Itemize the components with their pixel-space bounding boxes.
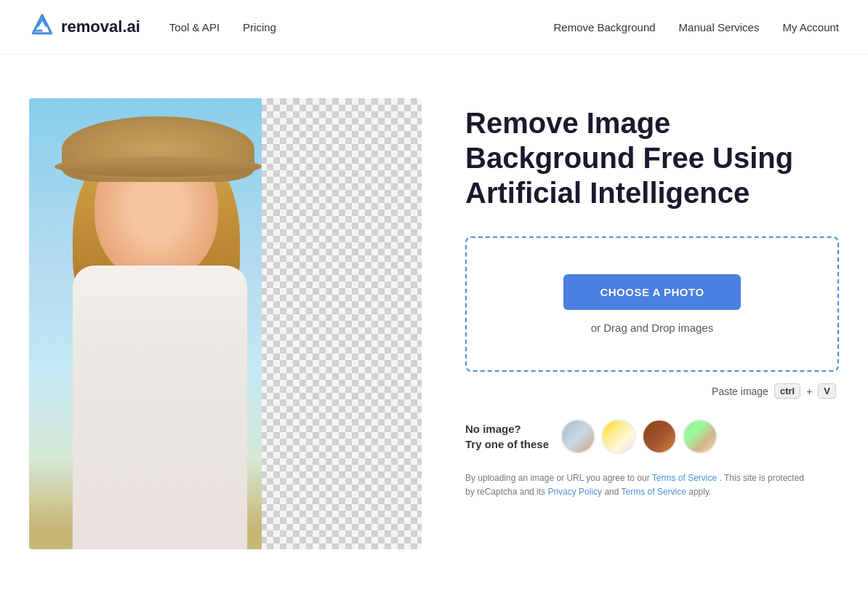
v-key-badge: V [818, 383, 836, 399]
hat-brim [55, 156, 262, 177]
logo-icon [29, 12, 55, 41]
logo[interactable]: removal.ai [29, 12, 140, 41]
main-content: Remove Image Background Free Using Artif… [0, 55, 868, 578]
person-body [73, 266, 247, 549]
legal-text: By uploading an image or URL you agree t… [465, 471, 814, 499]
nav-left: Tool & API Pricing [169, 21, 276, 33]
hero-title: Remove Image Background Free Using Artif… [465, 105, 839, 210]
right-panel: Remove Image Background Free Using Artif… [465, 98, 839, 499]
nav-right: Remove Background Manual Services My Acc… [553, 21, 839, 33]
sample-thumbs [560, 419, 718, 454]
terms-link-2[interactable]: Terms of Service [622, 487, 686, 497]
nav-manual-services[interactable]: Manual Services [679, 21, 760, 33]
sample-thumb-dog[interactable] [683, 419, 718, 454]
legal-text-3: and [602, 487, 621, 497]
nav-pricing[interactable]: Pricing [243, 21, 276, 33]
choose-photo-button[interactable]: CHOOSE A PHOTO [563, 274, 740, 310]
person-hat [62, 116, 254, 182]
nav-tool-api[interactable]: Tool & API [169, 21, 220, 33]
transparency-bg [247, 98, 422, 549]
plus-sign: + [806, 386, 812, 397]
terms-link-1[interactable]: Terms of Service [652, 473, 717, 483]
sample-label: No image? Try one of these [465, 421, 549, 452]
sample-thumb-bag[interactable] [642, 419, 677, 454]
logo-text: removal.ai [61, 17, 140, 36]
nav-my-account[interactable]: My Account [782, 21, 839, 33]
upload-box[interactable]: CHOOSE A PHOTO or Drag and Drop images [465, 236, 839, 372]
privacy-link[interactable]: Privacy Policy [547, 487, 602, 497]
legal-text-4: apply. [686, 487, 711, 497]
try-these-text: Try one of these [465, 438, 549, 450]
paste-row: Paste image ctrl + V [465, 383, 839, 399]
image-preview [29, 98, 422, 549]
sample-thumb-car[interactable] [601, 419, 636, 454]
no-image-text: No image? [465, 423, 521, 435]
header: removal.ai Tool & API Pricing Remove Bac… [0, 0, 868, 55]
sample-thumb-person[interactable] [560, 419, 595, 454]
legal-text-1: By uploading an image or URL you agree t… [465, 473, 652, 483]
ctrl-key-badge: ctrl [774, 383, 800, 399]
person-figure [51, 120, 269, 549]
nav-remove-background[interactable]: Remove Background [553, 21, 655, 33]
sample-row: No image? Try one of these [465, 419, 839, 454]
drag-drop-text: or Drag and Drop images [591, 322, 713, 334]
paste-label: Paste image [712, 386, 768, 397]
